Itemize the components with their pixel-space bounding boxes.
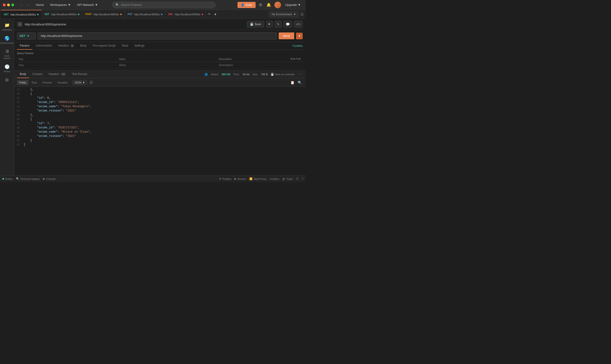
trash-button[interactable]: 🗑 Trash	[283, 178, 293, 180]
url-bar: GET ▼ Send ▼	[14, 30, 305, 42]
code-line-29: 29 "anime_name": "Attack on Titan",	[14, 130, 305, 134]
forward-button[interactable]: →	[26, 3, 31, 7]
tab-0[interactable]: GET http://localhost:8000/a	[1, 10, 42, 19]
search-bar[interactable]: 🔍 Search Postman	[112, 2, 216, 8]
save-dropdown-button[interactable]: ▼	[266, 21, 273, 27]
tab-1[interactable]: GET http://localhost:8000/a	[42, 10, 82, 19]
history-icon: 🕐	[4, 64, 10, 69]
tab-dot-0	[37, 14, 39, 15]
find-replace-button[interactable]: 🔍 Find and replace	[16, 177, 40, 180]
description-input[interactable]	[219, 64, 301, 67]
send-dropdown-button[interactable]: ▼	[296, 33, 303, 39]
layout-button[interactable]: ☷	[296, 177, 299, 180]
tab-settings[interactable]: Settings	[132, 42, 147, 50]
upgrade-button[interactable]: Upgrade ▼	[283, 2, 303, 8]
send-button[interactable]: Send	[279, 32, 294, 39]
resp-tab-cookies[interactable]: Cookies	[29, 71, 45, 78]
size-label: Size:	[252, 73, 258, 76]
nav-arrows: ← →	[18, 3, 31, 7]
runner-button[interactable]: ▶ Runner	[234, 177, 246, 180]
online-status[interactable]: Online	[2, 178, 13, 180]
resp-tab-body[interactable]: Body	[17, 71, 29, 78]
sidebar-item-history[interactable]: 🕐 History	[1, 62, 14, 75]
tab-body[interactable]: Body	[77, 42, 89, 50]
search-resp-button[interactable]: 🔍	[297, 80, 303, 85]
cookies-statusbar-button[interactable]: Cookies	[270, 178, 279, 180]
tab-dot-1	[78, 14, 79, 15]
copy-button[interactable]: 📋	[289, 80, 295, 85]
sidebar-item-collections[interactable]: 📁 Collections	[1, 21, 14, 33]
cookies-link[interactable]: Cookies	[293, 44, 303, 48]
avatar[interactable]	[274, 2, 281, 8]
tab-3[interactable]: PUT http://localhost:8000/a	[125, 10, 165, 19]
code-line-26: 26 {	[14, 117, 305, 122]
sidebar-label-environments: Environments	[0, 42, 14, 44]
invite-label: Invite	[245, 3, 252, 7]
code-line-30: 30 "anime_release": "2021"	[14, 134, 305, 139]
save-example-button[interactable]: 💾 Save as example	[271, 73, 295, 76]
code-icon-button[interactable]: </>	[294, 21, 303, 28]
line-num-28: 28	[14, 126, 24, 129]
maximize-button[interactable]	[11, 3, 14, 6]
tab-url-3: http://localhost:8000/a	[134, 13, 160, 16]
settings-button[interactable]: ⚙	[258, 2, 263, 8]
tab-dot-3	[161, 14, 163, 15]
tab-method-2: POST	[85, 13, 92, 15]
env-dropdown[interactable]: No Environment ▼	[269, 12, 299, 17]
start-proxy-button[interactable]: 📶 Start Proxy	[249, 177, 266, 180]
value-input[interactable]	[119, 64, 215, 67]
postbot-icon: ★	[219, 177, 221, 180]
format-tab-pretty[interactable]: Pretty	[17, 80, 28, 85]
notifications-button[interactable]: 🔔	[266, 2, 272, 8]
minimize-button[interactable]	[7, 3, 10, 6]
time-value: 13 ms	[243, 73, 249, 76]
tab-params[interactable]: Params	[17, 42, 32, 50]
save-button[interactable]: 💾 Save	[247, 21, 264, 27]
sidebar-item-extra[interactable]: ⊞	[1, 76, 14, 84]
tab-pre-request[interactable]: Pre-request Script	[90, 42, 118, 50]
resp-toolbar-right: 📋 🔍	[289, 80, 303, 85]
resp-tab-headers[interactable]: Headers 10	[46, 71, 69, 78]
start-proxy-label: Start Proxy	[254, 178, 266, 180]
json-format-selector[interactable]: JSON ▼	[72, 80, 87, 85]
key-input[interactable]	[19, 64, 115, 67]
home-nav-button[interactable]: Home	[34, 2, 46, 8]
invite-button[interactable]: 👤 Invite	[237, 2, 256, 8]
bulk-edit-label[interactable]: Bulk Edit	[291, 57, 301, 60]
postbot-button[interactable]: ★ Postbot	[219, 177, 231, 180]
status-label: Status:	[211, 73, 219, 76]
method-label: GET	[20, 34, 26, 38]
time-label: Time:	[233, 73, 240, 76]
url-input[interactable]	[38, 32, 277, 39]
proxy-icon: 📶	[249, 177, 253, 180]
format-tab-raw[interactable]: Raw	[29, 80, 39, 85]
back-button[interactable]: ←	[18, 3, 25, 7]
tab-tests[interactable]: Tests	[119, 42, 131, 50]
tab-authorization[interactable]: Authorization	[33, 42, 55, 50]
more-options-button[interactable]: ⋯	[298, 72, 303, 77]
edit-icon-button[interactable]: ✎	[275, 21, 282, 28]
comment-icon-button[interactable]: 💬	[284, 21, 292, 28]
tab-headers[interactable]: Headers 6	[55, 42, 77, 50]
sidebar-item-environments[interactable]: 🌎 Environments	[1, 34, 14, 46]
format-tab-visualize[interactable]: Visualize	[55, 80, 70, 85]
titlebar-right: 👤 Invite ⚙ 🔔 Upgrade ▼	[237, 2, 303, 8]
more-tabs-button[interactable]: ▼	[212, 13, 218, 16]
help-button[interactable]: ?	[302, 178, 303, 180]
close-button[interactable]	[3, 3, 6, 6]
line-num-20: 20	[14, 92, 24, 95]
method-selector[interactable]: GET ▼	[17, 32, 36, 39]
resp-tab-test-results[interactable]: Test Results	[69, 71, 90, 78]
tab-4[interactable]: DEL http://localhost:8000/a	[165, 10, 206, 19]
env-settings-button[interactable]: ☷	[300, 12, 305, 17]
filter-button[interactable]: ☵	[88, 80, 94, 85]
format-tab-preview[interactable]: Preview	[40, 80, 54, 85]
sidebar-item-mock-servers[interactable]: 🖥 Mock servers	[1, 47, 14, 61]
workspaces-nav-button[interactable]: Workspaces ▼	[48, 2, 73, 8]
description-label: Description	[219, 58, 232, 60]
console-button[interactable]: ▶ Console	[43, 177, 55, 180]
api-network-nav-button[interactable]: API Network ▼	[75, 2, 100, 8]
sidebar-label-history: History	[3, 70, 10, 73]
add-tab-button[interactable]: +	[206, 12, 213, 17]
tab-2[interactable]: POST http://localhost:8000/a	[82, 10, 125, 19]
